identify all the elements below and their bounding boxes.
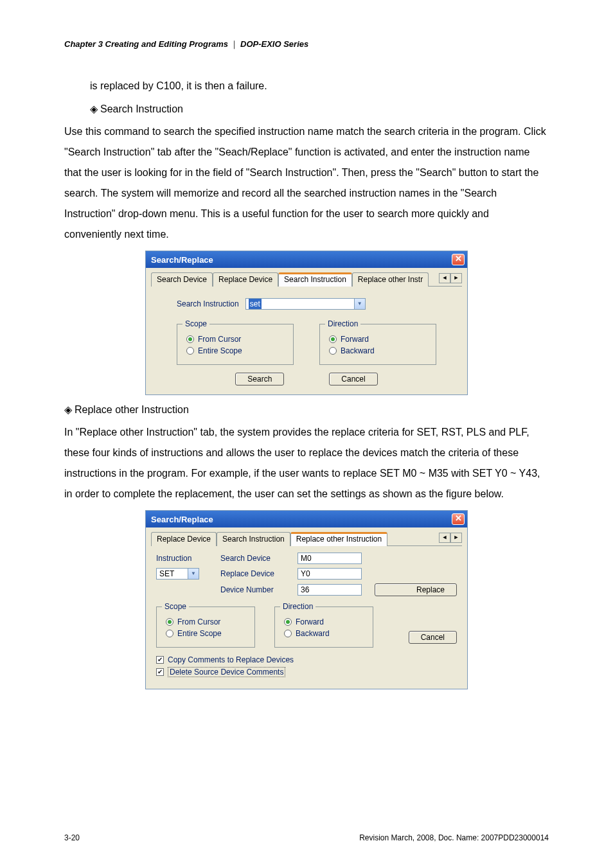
radio-label: From Cursor [177,617,220,626]
paragraph-search-instruction: Use this command to search the specified… [64,121,549,245]
tab-replace-device[interactable]: Replace Device [213,272,278,287]
paragraph-continuation: is replaced by C100, it is then a failur… [90,76,549,96]
dialog-title: Search/Replace [151,255,213,265]
radio-forward[interactable]: Forward [329,335,427,344]
radio-forward[interactable]: Forward [284,617,364,626]
radio-label: Forward [341,335,369,344]
radio-label: Forward [296,617,324,626]
search-device-label: Search Device [220,554,291,563]
instruction-combo[interactable]: ▼ [156,568,214,580]
device-number-label: Device Number [220,585,291,594]
radio-label: Entire Scope [198,346,242,355]
search-replace-dialog-1: Search/Replace ✕ Search Device Replace D… [146,251,467,394]
scope-legend: Scope [162,602,189,611]
checkbox-icon: ✔ [156,656,164,664]
checkbox-copy-comments[interactable]: ✔ Copy Comments to Replace Devices [156,655,457,664]
radio-backward[interactable]: Backward [329,346,427,355]
checkbox-delete-source-comments[interactable]: ✔ Delete Source Device Comments [156,667,457,677]
radio-icon [284,630,292,637]
close-icon[interactable]: ✕ [452,513,465,525]
diamond-icon: ◈ [64,404,72,415]
replace-device-input[interactable] [298,568,362,580]
tab-search-device[interactable]: Search Device [151,272,213,287]
page-footer: 3-20 Revision March, 2008, Doc. Name: 20… [64,833,549,842]
search-replace-dialog-2: Search/Replace ✕ Replace Device Search I… [146,511,467,689]
checkbox-label: Delete Source Device Comments [168,667,285,677]
checkbox-icon: ✔ [156,668,164,676]
search-instruction-label: Search Instruction [177,299,239,308]
dropdown-icon[interactable]: ▼ [188,568,199,580]
revision-info: Revision March, 2008, Doc. Name: 2007PDD… [359,833,549,842]
cancel-button[interactable]: Cancel [329,373,377,385]
radio-icon [284,618,292,626]
radio-entire-scope[interactable]: Entire Scope [166,629,245,638]
radio-label: Backward [341,346,375,355]
chapter-title: Chapter 3 Creating and Editing Programs [64,39,228,49]
tab-replace-device[interactable]: Replace Device [151,532,217,546]
radio-icon [329,347,337,355]
dialog-title: Search/Replace [151,515,213,524]
tab-strip: Search Device Replace Device Search Inst… [151,272,462,287]
dropdown-icon[interactable]: ▼ [355,298,366,310]
section-heading-replace-other: ◈Replace other Instruction [64,403,549,416]
radio-label: Backward [296,629,330,638]
search-instruction-value: set [249,299,262,309]
scope-legend: Scope [182,319,209,328]
heading-text: Replace other Instruction [75,404,189,415]
direction-legend: Direction [325,319,360,328]
tab-search-instruction[interactable]: Search Instruction [217,532,290,546]
tab-replace-other-instruction[interactable]: Replace other Instruction [290,532,387,546]
radio-label: From Cursor [198,335,241,344]
tab-strip: Replace Device Search Instruction Replac… [151,531,462,546]
tab-scroll-right-icon[interactable]: ► [450,273,462,283]
section-heading-search-instruction: ◈Search Instruction [90,103,549,115]
search-instruction-combo[interactable]: set ▼ [245,298,366,310]
instruction-label: Instruction [156,554,214,563]
radio-icon [186,335,194,343]
tab-scroll-left-icon[interactable]: ◄ [439,533,450,543]
radio-backward[interactable]: Backward [284,629,364,638]
direction-legend: Direction [280,602,315,611]
radio-icon [166,618,173,626]
replace-device-label: Replace Device [220,569,291,578]
series-name: DOP-EXIO Series [240,39,308,49]
heading-text: Search Instruction [100,103,183,114]
search-button[interactable]: Search [235,373,284,385]
radio-icon [166,630,173,637]
close-icon[interactable]: ✕ [452,254,465,265]
dialog-titlebar[interactable]: Search/Replace ✕ [146,251,467,268]
paragraph-replace-other: In "Replace other Instruction" tab, the … [64,422,549,504]
radio-icon [186,347,194,355]
replace-button[interactable]: Replace [375,583,457,596]
cancel-button[interactable]: Cancel [409,631,457,644]
tab-scroll-right-icon[interactable]: ► [450,533,462,543]
header-separator: ｜ [230,39,238,49]
device-number-input[interactable] [298,584,362,596]
radio-from-cursor[interactable]: From Cursor [186,335,284,344]
tab-replace-other-instr[interactable]: Replace other Instr [352,272,429,287]
tab-scroll-left-icon[interactable]: ◄ [439,273,450,283]
radio-icon [329,335,337,343]
search-device-input[interactable] [298,553,362,564]
radio-from-cursor[interactable]: From Cursor [166,617,245,626]
checkbox-label: Copy Comments to Replace Devices [168,655,294,664]
tab-search-instruction[interactable]: Search Instruction [278,272,352,287]
instruction-value[interactable] [156,568,188,580]
page-number: 3-20 [64,833,80,842]
dialog-titlebar[interactable]: Search/Replace ✕ [146,511,467,527]
radio-entire-scope[interactable]: Entire Scope [186,346,284,355]
diamond-icon: ◈ [90,103,98,114]
radio-label: Entire Scope [177,629,222,638]
page-header: Chapter 3 Creating and Editing Programs｜… [64,39,549,50]
